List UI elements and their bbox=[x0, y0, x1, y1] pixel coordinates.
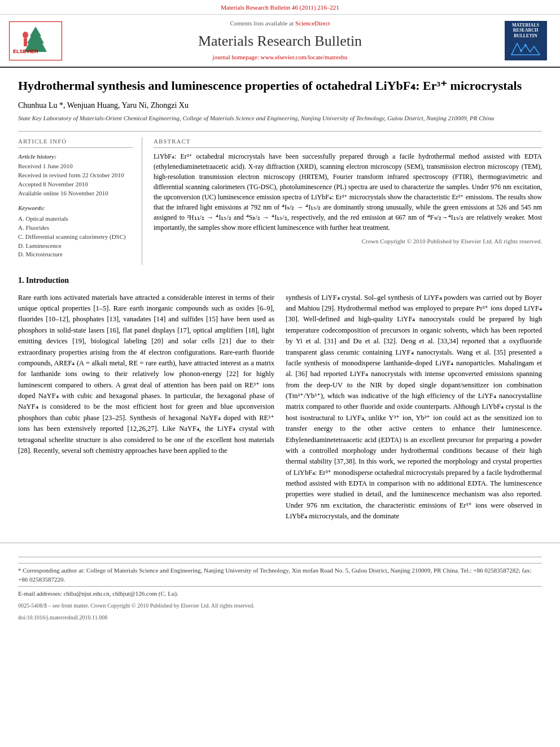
received-revised-date: Received in revised form 22 October 2010 bbox=[18, 171, 133, 180]
intro-left-text: Rare earth ions activated materials have… bbox=[18, 292, 274, 457]
journal-main-title: Materials Research Bulletin bbox=[60, 30, 500, 52]
keyword-1: A. Optical materials bbox=[18, 215, 133, 224]
keywords-section: Keywords: A. Optical materials A. Fluori… bbox=[18, 204, 133, 260]
science-direct-link[interactable]: ScienceDirect bbox=[295, 20, 330, 27]
footnote-star: * Corresponding author at: College of Ma… bbox=[18, 563, 542, 584]
intro-right-text: synthesis of LiYF₄ crystal. Sol–gel synt… bbox=[286, 292, 542, 522]
contents-line: Contents lists available at ScienceDirec… bbox=[60, 19, 500, 28]
received-date: Received 1 June 2010 bbox=[18, 162, 133, 171]
article-info-col: ARTICLE INFO Article history: Received 1… bbox=[18, 137, 142, 265]
keyword-4: D. Luminescence bbox=[18, 242, 133, 251]
authors-line: Chunhua Lu *, Wenjuan Huang, Yaru Ni, Zh… bbox=[18, 100, 542, 111]
mrb-logo-area: MATERIALS RESEARCH BULLETIN bbox=[500, 21, 551, 61]
abstract-col: ABSTRACT LiYbF₄: Er³⁺ octahedral microcr… bbox=[154, 137, 542, 265]
svg-point-6 bbox=[520, 50, 522, 52]
info-abstract-section: ARTICLE INFO Article history: Received 1… bbox=[18, 137, 542, 265]
svg-text:ELSEVIER: ELSEVIER bbox=[13, 49, 38, 54]
article-info-header: ARTICLE INFO bbox=[18, 137, 133, 148]
abstract-header: ABSTRACT bbox=[154, 137, 542, 148]
introduction-heading: 1. Introduction bbox=[18, 275, 542, 286]
journal-citation-link[interactable]: Materials Research Bulletin 46 (2011) 21… bbox=[221, 4, 339, 11]
keyword-3: C. Differential scanning calorimetry (DS… bbox=[18, 233, 133, 242]
footnote-email: E-mail addresses: chllu@njut.edu.cn, chl… bbox=[18, 586, 542, 599]
keywords-label: Keywords: bbox=[18, 204, 133, 213]
journal-title-area: Contents lists available at ScienceDirec… bbox=[60, 19, 500, 63]
affiliation-line: State Key Laboratory of Materials-Orient… bbox=[18, 114, 542, 123]
journal-homepage: journal homepage: www.elsevier.com/locat… bbox=[60, 53, 500, 62]
footer-divider bbox=[18, 557, 542, 557]
article-title: Hydrothermal synthesis and luminescence … bbox=[18, 78, 542, 94]
accepted-date: Accepted 8 November 2010 bbox=[18, 180, 133, 189]
article-history: Article history: Received 1 June 2010 Re… bbox=[18, 151, 133, 198]
journal-citation-bar: Materials Research Bulletin 46 (2011) 21… bbox=[0, 0, 560, 15]
keyword-5: D. Microstructure bbox=[18, 250, 133, 259]
svg-point-7 bbox=[524, 44, 527, 46]
main-content: Hydrothermal synthesis and luminescence … bbox=[0, 68, 560, 536]
keyword-2: A. Fluorides bbox=[18, 224, 133, 233]
intro-right-col: synthesis of LiYF₄ crystal. Sol–gel synt… bbox=[286, 292, 542, 527]
footer-doi: doi:10.1016/j.materresbull.2010.11.008 bbox=[18, 614, 542, 622]
mrb-logo: MATERIALS RESEARCH BULLETIN bbox=[505, 21, 547, 61]
introduction-body: Rare earth ions activated materials have… bbox=[18, 292, 542, 527]
journal-homepage-link[interactable]: journal homepage: www.elsevier.com/locat… bbox=[213, 54, 348, 60]
intro-left-col: Rare earth ions activated materials have… bbox=[18, 292, 274, 527]
journal-header: ELSEVIER Contents lists available at Sci… bbox=[0, 15, 560, 68]
footer-area: * Corresponding author at: College of Ma… bbox=[0, 543, 560, 622]
available-date: Available online 16 November 2010 bbox=[18, 189, 133, 198]
elsevier-logo-area: ELSEVIER bbox=[9, 21, 60, 60]
divider-1 bbox=[18, 131, 542, 132]
copyright-text: Crown Copyright © 2010 Published by Else… bbox=[154, 237, 542, 246]
abstract-text: LiYbF₄: Er³⁺ octahedral microcrystals ha… bbox=[154, 151, 542, 233]
svg-point-2 bbox=[23, 32, 28, 38]
history-label: Article history: bbox=[18, 153, 56, 160]
svg-rect-3 bbox=[24, 38, 27, 46]
footer-issn: 0025-5408/$ – see front matter. Crown Co… bbox=[18, 602, 542, 610]
elsevier-box: ELSEVIER bbox=[9, 21, 62, 60]
